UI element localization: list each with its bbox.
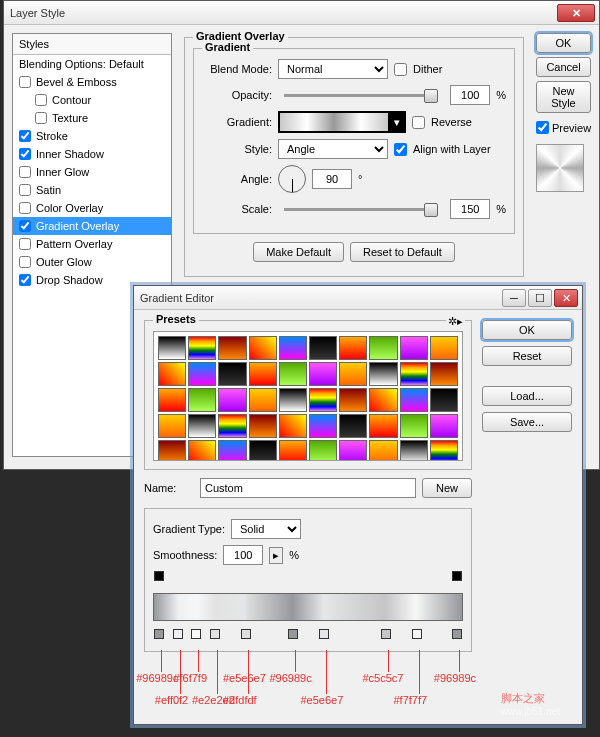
scale-input[interactable] xyxy=(450,199,490,219)
opacity-slider[interactable] xyxy=(284,94,438,97)
preset-swatch[interactable] xyxy=(279,414,307,438)
blend-mode-select[interactable]: Normal xyxy=(278,59,388,79)
color-stop[interactable] xyxy=(241,629,251,639)
cancel-button[interactable]: Cancel xyxy=(536,57,591,77)
color-stop[interactable] xyxy=(210,629,220,639)
chevron-down-icon[interactable]: ▾ xyxy=(389,112,405,132)
load-button[interactable]: Load... xyxy=(482,386,572,406)
preset-swatch[interactable] xyxy=(218,440,246,461)
preset-swatch[interactable] xyxy=(218,414,246,438)
preset-swatch[interactable] xyxy=(369,362,397,386)
color-stop[interactable] xyxy=(381,629,391,639)
gradient-swatch[interactable]: ▾ xyxy=(278,111,406,133)
preset-swatch[interactable] xyxy=(158,362,186,386)
preset-swatch[interactable] xyxy=(188,440,216,461)
opacity-stop[interactable] xyxy=(452,571,462,581)
blending-options[interactable]: Blending Options: Default xyxy=(13,55,171,73)
preset-swatch[interactable] xyxy=(279,336,307,360)
sidebar-item-inner-shadow[interactable]: Inner Shadow xyxy=(13,145,171,163)
close-button[interactable]: ✕ xyxy=(557,4,595,22)
preset-swatch[interactable] xyxy=(188,388,216,412)
sidebar-item-stroke[interactable]: Stroke xyxy=(13,127,171,145)
preset-swatch[interactable] xyxy=(309,414,337,438)
color-stop[interactable] xyxy=(452,629,462,639)
scale-slider[interactable] xyxy=(284,208,438,211)
sidebar-item-inner-glow[interactable]: Inner Glow xyxy=(13,163,171,181)
gradient-type-select[interactable]: Solid xyxy=(231,519,301,539)
preset-swatch[interactable] xyxy=(309,362,337,386)
sidebar-item-outer-glow[interactable]: Outer Glow xyxy=(13,253,171,271)
preset-swatch[interactable] xyxy=(188,414,216,438)
chevron-right-icon[interactable]: ▸ xyxy=(269,547,283,564)
preset-swatch[interactable] xyxy=(400,414,428,438)
sidebar-header[interactable]: Styles xyxy=(13,34,171,55)
preset-swatch[interactable] xyxy=(249,414,277,438)
preview-toggle[interactable]: Preview xyxy=(536,121,591,134)
make-default-button[interactable]: Make Default xyxy=(253,242,344,262)
preset-swatch[interactable] xyxy=(339,388,367,412)
preset-swatch[interactable] xyxy=(369,388,397,412)
color-stop[interactable] xyxy=(319,629,329,639)
ok-button[interactable]: OK xyxy=(536,33,591,53)
sidebar-item-gradient-overlay[interactable]: Gradient Overlay xyxy=(13,217,171,235)
gradient-bar[interactable] xyxy=(153,593,463,621)
preset-swatch[interactable] xyxy=(339,440,367,461)
preset-swatch[interactable] xyxy=(188,362,216,386)
opacity-input[interactable] xyxy=(450,85,490,105)
preset-swatch[interactable] xyxy=(158,388,186,412)
presets-grid[interactable] xyxy=(153,331,463,461)
sidebar-item-color-overlay[interactable]: Color Overlay xyxy=(13,199,171,217)
preset-swatch[interactable] xyxy=(369,336,397,360)
preset-swatch[interactable] xyxy=(158,336,186,360)
ok-button[interactable]: OK xyxy=(482,320,572,340)
preset-swatch[interactable] xyxy=(309,440,337,461)
preset-swatch[interactable] xyxy=(339,336,367,360)
new-button[interactable]: New xyxy=(422,478,472,498)
color-stop[interactable] xyxy=(154,629,164,639)
preset-swatch[interactable] xyxy=(279,362,307,386)
preset-swatch[interactable] xyxy=(218,336,246,360)
preset-swatch[interactable] xyxy=(430,440,458,461)
color-stop[interactable] xyxy=(412,629,422,639)
color-stop[interactable] xyxy=(191,629,201,639)
new-style-button[interactable]: New Style xyxy=(536,81,591,113)
color-stop[interactable] xyxy=(173,629,183,639)
smoothness-input[interactable] xyxy=(223,545,263,565)
align-checkbox[interactable] xyxy=(394,143,407,156)
sidebar-item-satin[interactable]: Satin xyxy=(13,181,171,199)
preset-swatch[interactable] xyxy=(339,362,367,386)
reset-default-button[interactable]: Reset to Default xyxy=(350,242,455,262)
preset-swatch[interactable] xyxy=(309,388,337,412)
preset-swatch[interactable] xyxy=(249,388,277,412)
preset-swatch[interactable] xyxy=(430,362,458,386)
color-stop[interactable] xyxy=(288,629,298,639)
reverse-checkbox[interactable] xyxy=(412,116,425,129)
preset-swatch[interactable] xyxy=(249,362,277,386)
preset-swatch[interactable] xyxy=(339,414,367,438)
preset-swatch[interactable] xyxy=(430,336,458,360)
preset-swatch[interactable] xyxy=(309,336,337,360)
sidebar-item-pattern-overlay[interactable]: Pattern Overlay xyxy=(13,235,171,253)
preset-swatch[interactable] xyxy=(369,414,397,438)
preset-swatch[interactable] xyxy=(158,440,186,461)
preset-swatch[interactable] xyxy=(369,440,397,461)
reset-button[interactable]: Reset xyxy=(482,346,572,366)
dither-checkbox[interactable] xyxy=(394,63,407,76)
preset-swatch[interactable] xyxy=(400,362,428,386)
minimize-button[interactable]: ─ xyxy=(502,289,526,307)
preset-swatch[interactable] xyxy=(400,440,428,461)
sidebar-item-bevel-emboss[interactable]: Bevel & Emboss xyxy=(13,73,171,91)
preset-swatch[interactable] xyxy=(218,362,246,386)
save-button[interactable]: Save... xyxy=(482,412,572,432)
angle-dial[interactable] xyxy=(278,165,306,193)
sidebar-item-texture[interactable]: Texture xyxy=(13,109,171,127)
preset-swatch[interactable] xyxy=(279,388,307,412)
style-select[interactable]: Angle xyxy=(278,139,388,159)
preset-swatch[interactable] xyxy=(218,388,246,412)
preset-swatch[interactable] xyxy=(279,440,307,461)
angle-input[interactable] xyxy=(312,169,352,189)
preset-swatch[interactable] xyxy=(249,336,277,360)
preset-swatch[interactable] xyxy=(188,336,216,360)
preset-swatch[interactable] xyxy=(430,414,458,438)
gear-icon[interactable]: ✲▸ xyxy=(446,315,465,328)
